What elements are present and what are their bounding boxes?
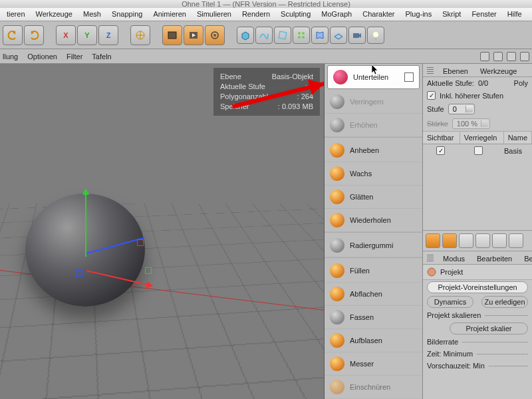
layer-row[interactable]: Basis bbox=[423, 144, 532, 157]
gizmo-origin[interactable] bbox=[85, 251, 92, 258]
y-axis-gizmo[interactable] bbox=[85, 190, 86, 257]
increase-button[interactable]: Erhöhen bbox=[325, 114, 422, 137]
menu-item[interactable]: Charakter bbox=[357, 8, 400, 21]
increase-icon bbox=[330, 118, 344, 132]
repeat-icon bbox=[330, 213, 344, 227]
panels-menu[interactable]: Tafeln bbox=[92, 53, 111, 61]
menu-item[interactable]: Snapping bbox=[106, 8, 148, 21]
strength-field: 100 % bbox=[452, 118, 490, 129]
decrease-button[interactable]: Verringern bbox=[325, 90, 422, 114]
preview-min-label: Vorschauzeit: Min bbox=[427, 362, 485, 370]
wax-brush[interactable]: Wachs bbox=[325, 162, 422, 186]
tab-edit[interactable]: Bearbeiten bbox=[474, 253, 515, 264]
options-menu[interactable]: Optionen bbox=[27, 53, 57, 61]
axis-z-button[interactable]: Z bbox=[98, 25, 118, 45]
todo-tab[interactable]: Zu erledigen bbox=[481, 296, 528, 308]
nav-layout-icon[interactable] bbox=[520, 52, 529, 61]
undo-button[interactable] bbox=[3, 25, 23, 45]
menu-item[interactable]: MoGraph bbox=[316, 8, 357, 21]
axis-y-button[interactable]: Y bbox=[77, 25, 97, 45]
render-pv-button[interactable] bbox=[184, 25, 203, 45]
delete-layer-button[interactable] bbox=[459, 233, 473, 248]
pull-brush[interactable]: Anheben bbox=[325, 139, 422, 162]
spline-button[interactable] bbox=[255, 27, 273, 44]
layer-lock-checkbox[interactable] bbox=[474, 146, 483, 155]
time-min-label: Zeit: Minimum bbox=[427, 350, 473, 358]
menu-item[interactable]: Animieren bbox=[148, 8, 192, 21]
smooth-brush[interactable]: Glätten bbox=[325, 186, 422, 209]
menu-item[interactable]: tieren bbox=[1, 8, 31, 21]
svg-point-9 bbox=[302, 32, 305, 35]
pinch-brush[interactable]: Einschnüren bbox=[325, 376, 422, 399]
tab-mode[interactable]: Modus bbox=[440, 253, 467, 264]
viewport[interactable]: EbeneBasis-Objekt Aktuelle Stufe: 1 Poly… bbox=[0, 64, 325, 399]
erase-brush[interactable]: Radiergummi bbox=[325, 234, 422, 257]
project-presets-tab[interactable]: Projekt-Voreinstellungen bbox=[427, 281, 528, 293]
fill-brush[interactable]: Füllen bbox=[325, 259, 422, 283]
pull-icon bbox=[330, 143, 344, 158]
array-button[interactable] bbox=[293, 27, 310, 44]
repeat-brush[interactable]: Wiederholen bbox=[325, 209, 422, 232]
panel-grip-icon[interactable] bbox=[427, 67, 434, 74]
erase-icon bbox=[330, 238, 344, 253]
add-folder-button[interactable] bbox=[442, 233, 457, 248]
scale-project-button[interactable]: Projekt skalier bbox=[450, 323, 528, 334]
options-icon[interactable] bbox=[404, 72, 414, 82]
fill-icon bbox=[330, 263, 344, 278]
grab-brush[interactable]: Fassen bbox=[325, 306, 422, 329]
axis-x-button[interactable]: X bbox=[56, 25, 76, 45]
svg-point-15 bbox=[428, 268, 436, 276]
camera-button[interactable] bbox=[348, 27, 366, 44]
wax-icon bbox=[330, 166, 344, 181]
coord-button[interactable] bbox=[130, 25, 150, 45]
menu-bar: tieren Werkzeuge Mesh Snapping Animieren… bbox=[0, 8, 532, 21]
menu-item[interactable]: Sculpting bbox=[275, 8, 316, 21]
stufe-field[interactable]: 0 bbox=[448, 104, 475, 114]
menu-item[interactable]: Plug-ins bbox=[400, 8, 438, 21]
filter-menu[interactable]: Filter bbox=[66, 53, 82, 61]
menu-item[interactable]: Werkzeuge bbox=[31, 8, 78, 21]
menu-item[interactable]: Hilfe bbox=[502, 8, 527, 21]
menu-item[interactable]: Skript bbox=[437, 8, 466, 21]
inflate-brush[interactable]: Aufblasen bbox=[325, 329, 422, 352]
menu-item[interactable]: Simulieren bbox=[192, 8, 237, 21]
nav-rotate-icon[interactable] bbox=[507, 52, 516, 61]
panel-grip-icon[interactable] bbox=[427, 255, 434, 261]
viewport-menu-bar: llung Optionen Filter Tafeln bbox=[0, 49, 532, 64]
gizmo-handle[interactable] bbox=[76, 270, 82, 277]
render-view-button[interactable] bbox=[162, 25, 182, 45]
add-layer-button[interactable] bbox=[426, 233, 440, 248]
smooth-icon bbox=[330, 190, 344, 204]
light-button[interactable] bbox=[367, 27, 384, 44]
include-higher-checkbox[interactable] bbox=[427, 91, 436, 100]
nav-zoom-icon[interactable] bbox=[493, 52, 503, 61]
gizmo-handle[interactable] bbox=[137, 239, 144, 246]
layer-action-button[interactable] bbox=[475, 233, 490, 248]
nurbs-button[interactable] bbox=[274, 27, 291, 44]
menu-item[interactable]: Mesh bbox=[78, 8, 106, 21]
decrease-icon bbox=[330, 94, 344, 109]
floor-button[interactable] bbox=[330, 27, 347, 44]
render-settings-button[interactable] bbox=[205, 25, 225, 45]
gizmo-handle[interactable] bbox=[145, 267, 152, 274]
cube-primitive-button[interactable] bbox=[237, 27, 254, 44]
pinch-icon bbox=[330, 380, 344, 394]
tab-tools[interactable]: Werkzeuge bbox=[477, 66, 519, 76]
level-value: 0/0 bbox=[478, 79, 488, 87]
subdivide-button[interactable]: Unterteilen bbox=[327, 65, 420, 89]
nav-move-icon[interactable] bbox=[480, 52, 489, 61]
layer-action-button[interactable] bbox=[509, 233, 523, 248]
layer-visible-checkbox[interactable] bbox=[436, 146, 445, 155]
tab-user[interactable]: Be bbox=[521, 253, 532, 264]
deformer-button[interactable] bbox=[311, 27, 329, 44]
menu-item[interactable]: Fenster bbox=[466, 8, 501, 21]
dynamics-tab[interactable]: Dynamics bbox=[427, 296, 473, 308]
knife-brush[interactable]: Messer bbox=[325, 352, 422, 376]
layer-action-button[interactable] bbox=[492, 233, 507, 248]
view-menu[interactable]: llung bbox=[3, 53, 18, 61]
flatten-brush[interactable]: Abflachen bbox=[325, 283, 422, 306]
menu-item[interactable]: Rendern bbox=[237, 8, 275, 21]
project-icon bbox=[427, 267, 436, 277]
redo-button[interactable] bbox=[24, 25, 44, 45]
tab-layers[interactable]: Ebenen bbox=[440, 66, 471, 76]
